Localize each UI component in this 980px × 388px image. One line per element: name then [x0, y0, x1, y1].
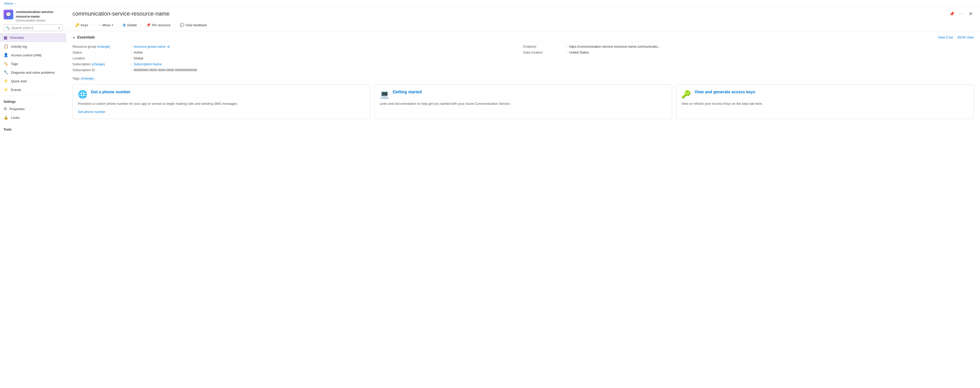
quick-start-icon: ⚡ — [3, 79, 8, 83]
pin-resource-button[interactable]: 📌 Pin resource — [144, 21, 173, 29]
access-control-icon: 👤 — [3, 53, 8, 57]
endpoint-label: Endpoint — [523, 44, 564, 48]
sidebar: 💬 communication-service-resource-name Co… — [0, 7, 66, 388]
sidebar-item-diagnose[interactable]: 🔧 Diagnose and solve problems — [0, 68, 66, 77]
subscription-change-link[interactable]: (change) — [92, 62, 105, 66]
tags-change-link[interactable]: (change) — [81, 76, 94, 80]
resource-group-change-link[interactable]: (change) — [97, 44, 110, 48]
getting-started-card-icon: 💻 — [380, 90, 389, 99]
sidebar-item-events[interactable]: ⚡ Events — [0, 86, 66, 94]
subscription-value[interactable]: Subscription Name — [134, 62, 162, 66]
sidebar-item-label: Overview — [10, 36, 24, 40]
resource-header-bar: communication-service-resource-name 📌 ··… — [66, 7, 980, 32]
phone-card-icon: 🌐 — [78, 90, 87, 99]
keys-icon: 🔑 — [75, 23, 80, 27]
access-keys-card-title: View and generate access keys — [694, 90, 755, 94]
tags-sep: : — [95, 76, 96, 80]
view-cost-link[interactable]: View Cost — [938, 35, 953, 39]
sidebar-item-overview[interactable]: ▦ Overview — [0, 33, 66, 42]
resource-group-value[interactable]: resource-group-name — [134, 44, 165, 48]
cards-grid: 🌐 Get a phone number Provision a custom … — [73, 84, 974, 119]
essentials-right-column: Endpoint : https://communication-service… — [523, 44, 974, 72]
move-label: Move — [102, 23, 110, 27]
sidebar-item-label: Locks — [11, 116, 20, 120]
action-toolbar: 🔑 Keys → Move ▾ 🗑 Delete 📌 Pin resou — [66, 19, 980, 31]
delete-icon: 🗑 — [123, 23, 126, 27]
essentials-header: ▲ Essentials View Cost JSON View — [66, 32, 980, 41]
move-button[interactable]: → Move ▾ — [95, 21, 116, 29]
breadcrumb-sep: › — [14, 2, 15, 5]
tools-section-label: Tools — [0, 125, 66, 132]
move-dropdown-icon: ▾ — [112, 24, 113, 27]
card-header-getting-started: 💻 Getting started — [380, 90, 667, 99]
tags-row: Tags (change) : — [66, 76, 980, 84]
sidebar-item-label: Access control (IAM) — [11, 53, 41, 57]
sidebar-item-label: Activity log — [11, 44, 27, 48]
sidebar-item-label: Events — [11, 88, 21, 92]
sidebar-item-access-control[interactable]: 👤 Access control (IAM) — [0, 51, 66, 59]
give-feedback-label: Give feedback — [186, 23, 207, 27]
pin-resource-label: Pin resource — [152, 23, 170, 27]
phone-card-title: Get a phone number — [91, 90, 130, 94]
search-input[interactable] — [11, 26, 57, 30]
subscription-id-value: 00000000-0000-0000-0000-000000000000 — [134, 68, 197, 72]
toolbar-separator-4 — [175, 22, 175, 27]
essentials-left-column: Resource group (change) : resource-group… — [73, 44, 523, 72]
location-value: Global — [134, 56, 143, 60]
sidebar-item-tags[interactable]: 🏷️ Tags — [0, 59, 66, 68]
keys-button[interactable]: 🔑 Keys — [73, 21, 91, 29]
status-label: Status — [73, 51, 129, 54]
getting-started-card-title: Getting started — [393, 90, 422, 94]
essentials-fields: Resource group (change) : resource-group… — [66, 41, 980, 76]
resource-type: Communication Service — [16, 19, 62, 22]
tags-icon: 🏷️ — [3, 62, 8, 66]
subscription-id-row: Subscription ID : 00000000-0000-0000-000… — [73, 68, 523, 72]
sidebar-item-properties[interactable]: ⚙ Properties — [0, 105, 66, 113]
endpoint-row: Endpoint : https://communication-service… — [523, 44, 974, 48]
pin-icon: 📌 — [146, 23, 151, 27]
access-keys-card-icon: 🔑 — [681, 90, 691, 99]
tags-label: Tags — [73, 76, 80, 80]
move-icon: → — [97, 23, 101, 27]
close-button[interactable]: ✕ — [967, 10, 974, 18]
properties-icon: ⚙ — [3, 106, 7, 111]
essentials-title-text: Essentials — [77, 35, 95, 39]
overview-icon: ▦ — [3, 35, 7, 40]
get-phone-number-card: 🌐 Get a phone number Provision a custom … — [73, 84, 370, 119]
copy-resource-group-icon[interactable]: ⧉ — [167, 45, 170, 48]
status-value: Active — [134, 51, 143, 54]
resource-name-heading: communication-service-resource-name — [73, 11, 946, 17]
delete-button[interactable]: 🗑 Delete — [120, 21, 140, 29]
subscription-id-label: Subscription ID — [73, 68, 129, 72]
resource-icon: 💬 — [3, 10, 13, 19]
data-location-row: Data location : United States — [523, 51, 974, 54]
essentials-quick-links: View Cost JSON View — [938, 35, 974, 39]
pin-resource-header-button[interactable]: 📌 — [948, 11, 956, 17]
essentials-title-group: ▲ Essentials — [73, 35, 95, 39]
cards-section: 🌐 Get a phone number Provision a custom … — [66, 84, 980, 125]
phone-card-description: Provision a custom phone number for your… — [78, 101, 365, 106]
activity-log-icon: 📋 — [3, 44, 8, 49]
sidebar-item-activity-log[interactable]: 📋 Activity log — [0, 42, 66, 51]
events-icon: ⚡ — [3, 87, 8, 92]
essentials-toggle-icon[interactable]: ▲ — [73, 36, 75, 39]
sidebar-navigation: ▦ Overview 📋 Activity log 👤 Access contr… — [0, 33, 66, 388]
keys-label: Keys — [81, 23, 88, 27]
json-view-link[interactable]: JSON View — [957, 35, 974, 39]
get-phone-number-link[interactable]: Get phone number — [78, 110, 365, 114]
status-row: Status : Active — [73, 51, 523, 54]
sidebar-item-label: Diagnose and solve problems — [11, 71, 55, 74]
locks-icon: 🔒 — [3, 115, 8, 120]
sidebar-item-label: Quick start — [11, 79, 27, 83]
access-keys-card: 🔑 View and generate access keys View or … — [676, 84, 974, 119]
more-options-button[interactable]: ··· — [958, 11, 965, 17]
access-keys-card-description: View or refresh your Access Keys on the … — [681, 101, 969, 106]
give-feedback-button[interactable]: 💬 Give feedback — [177, 21, 209, 29]
collapse-sidebar-button[interactable]: « — [58, 26, 60, 30]
search-icon: 🔍 — [6, 26, 10, 30]
home-link[interactable]: Home — [4, 2, 13, 5]
sidebar-item-locks[interactable]: 🔒 Locks — [0, 113, 66, 122]
data-location-value: United States — [569, 51, 589, 54]
sidebar-item-quick-start[interactable]: ⚡ Quick start — [0, 77, 66, 86]
getting-started-card-description: Links and documentation to help get you … — [380, 101, 667, 106]
